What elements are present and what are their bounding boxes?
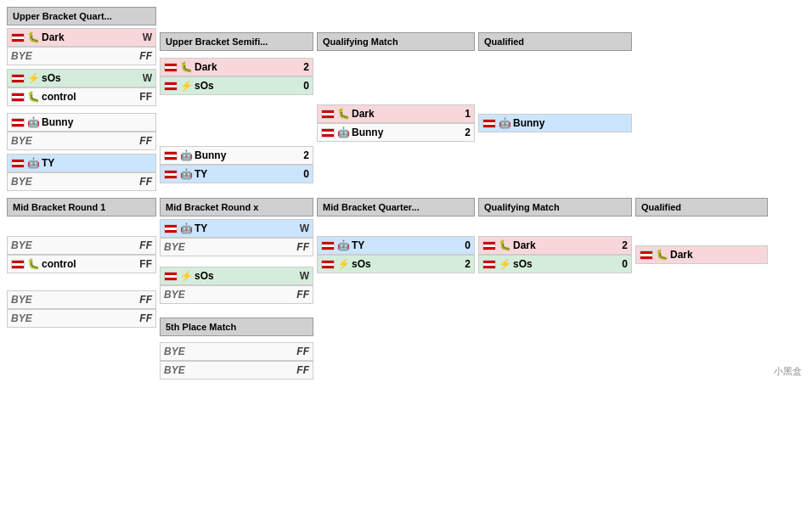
player-score: 1: [460, 108, 471, 120]
player-row: 🤖 TY: [7, 154, 156, 172]
player-row: 🤖 TY W: [160, 219, 313, 238]
player-name: sOs: [352, 258, 460, 270]
player-score: 0: [299, 80, 309, 92]
mid-quarters-header: Mid Bracket Quarter...: [317, 198, 475, 217]
player-result: FF: [294, 289, 309, 301]
player-name: sOs: [195, 270, 294, 282]
player-row-bye: BYE FF: [160, 361, 313, 380]
mid-round1-column: Mid Bracket Round 1 BYE FF 🐛 control FF: [7, 198, 160, 380]
flag-icon: [164, 224, 178, 233]
flag-icon: [11, 93, 25, 102]
player-result: FF: [137, 91, 152, 103]
zerg-icon: 🐛: [180, 61, 192, 73]
player-row: 🐛 Dark W: [7, 28, 156, 47]
player-name: TY: [42, 157, 137, 169]
upper-quarters-header: Upper Bracket Quart...: [7, 7, 156, 25]
player-name: sOs: [42, 72, 137, 84]
mid-roundx-column: Mid Bracket Round x 🤖 TY W BYE FF: [160, 198, 317, 380]
player-row: 🤖 Bunny 2: [160, 146, 313, 165]
fifth-place-header: 5th Place Match: [160, 318, 313, 336]
mid-rx-match1: 🤖 TY W BYE FF: [160, 219, 313, 256]
player-name: BYE: [11, 312, 137, 324]
terran-icon: 🤖: [337, 239, 349, 251]
player-name: BYE: [11, 50, 137, 62]
player-result: FF: [137, 312, 152, 324]
lower-qualifying-header: Qualifying Match: [478, 198, 632, 217]
player-row: ⚡ sOs 0: [160, 76, 313, 95]
player-row: 🤖 TY 0: [317, 236, 475, 255]
player-result: FF: [137, 50, 152, 62]
flag-icon: [482, 260, 496, 269]
bracket-container: Upper Bracket Quart... 🐛 Dark W BYE FF: [0, 0, 812, 386]
player-result: FF: [137, 294, 152, 306]
player-name: TY: [195, 222, 294, 234]
upper-semi-match1: 🐛 Dark 2 ⚡ sOs 0: [160, 58, 313, 95]
player-row-bye: BYE FF: [7, 132, 156, 150]
zerg-icon: 🐛: [27, 91, 39, 103]
player-score: 2: [460, 258, 471, 270]
player-result: W: [137, 31, 152, 43]
upper-qualified-column: Qualified 🤖 Bunny: [478, 7, 635, 191]
mid-round1-header: Mid Bracket Round 1: [7, 198, 156, 217]
player-name: BYE: [11, 176, 137, 188]
terran-icon: 🤖: [180, 168, 192, 180]
player-name: Dark: [42, 31, 137, 43]
player-name: TY: [352, 239, 460, 251]
protoss-icon: ⚡: [180, 80, 192, 92]
terran-icon: 🤖: [499, 117, 510, 129]
player-row: 🤖 Bunny 2: [317, 123, 475, 142]
flag-icon: [164, 63, 178, 72]
mid-roundx-header: Mid Bracket Round x: [160, 198, 313, 217]
upper-semis-column: Upper Bracket Semifi... 🐛 Dark 2 ⚡ sOs 0: [160, 7, 317, 191]
player-name: sOs: [195, 80, 299, 92]
player-name: control: [42, 258, 137, 270]
flag-icon: [321, 260, 335, 269]
zerg-icon: 🐛: [27, 31, 39, 43]
player-row: 🤖 Bunny: [7, 113, 156, 132]
player-result: FF: [294, 364, 309, 376]
player-result: FF: [294, 346, 309, 357]
player-row-bye: BYE FF: [7, 172, 156, 191]
player-result: W: [137, 72, 152, 84]
upper-semis-header: Upper Bracket Semifi...: [160, 32, 313, 51]
flag-icon: [11, 159, 25, 168]
player-name: Bunny: [42, 116, 137, 128]
zerg-icon: 🐛: [499, 239, 510, 251]
upper-q-match4: 🤖 TY BYE FF: [7, 154, 156, 191]
player-name: Bunny: [195, 149, 299, 161]
protoss-icon: ⚡: [499, 258, 510, 270]
mid-quarters-column: Mid Bracket Quarter... 🤖 TY 0 ⚡ sOs 2: [317, 198, 478, 380]
lower-qualifying-match: 🐛 Dark 2 ⚡ sOs 0: [478, 236, 632, 273]
player-name: control: [42, 91, 137, 103]
player-name: BYE: [11, 135, 137, 147]
mid-quarter-match1: 🤖 TY 0 ⚡ sOs 2: [317, 236, 475, 273]
player-result: FF: [137, 258, 152, 270]
flag-icon: [321, 110, 335, 119]
flag-icon: [321, 241, 335, 250]
protoss-icon: ⚡: [180, 270, 192, 282]
terran-icon: 🤖: [337, 127, 349, 138]
terran-icon: 🤖: [180, 149, 192, 161]
player-score: 2: [460, 127, 471, 138]
upper-qualifying-column: Qualifying Match 🐛 Dark 1 🤖 Bunny 2: [317, 7, 478, 191]
player-row: ⚡ sOs W: [160, 267, 313, 285]
terran-icon: 🤖: [27, 157, 39, 169]
player-row: 🤖 TY 0: [160, 165, 313, 183]
player-result: FF: [294, 241, 309, 253]
player-name: BYE: [164, 346, 294, 357]
lower-qualified-player: 🐛 Dark: [635, 245, 768, 264]
player-row: 🐛 Dark 1: [317, 104, 475, 123]
player-row-bye: BYE FF: [7, 290, 156, 309]
player-row-bye: BYE FF: [160, 238, 313, 256]
protoss-icon: ⚡: [337, 258, 349, 270]
flag-icon: [164, 151, 178, 160]
player-row-bye: BYE FF: [7, 309, 156, 328]
zerg-icon: 🐛: [27, 258, 39, 270]
flag-icon: [11, 260, 25, 269]
fifth-place-match: BYE FF BYE FF: [160, 342, 313, 380]
flag-icon: [11, 74, 25, 83]
player-score: 2: [617, 239, 628, 251]
player-name: Dark: [670, 249, 764, 261]
player-name: BYE: [11, 239, 137, 251]
upper-q-match2: ⚡ sOs W 🐛 control FF: [7, 69, 156, 106]
